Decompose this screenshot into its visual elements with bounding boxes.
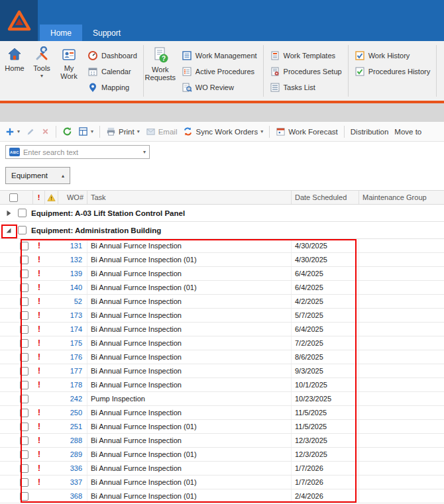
email-button[interactable]: Email bbox=[146, 126, 178, 136]
work-order-row[interactable]: ! 132 Bi Annual Furnce Inspection (01) 4… bbox=[0, 253, 444, 267]
column-header-urgent[interactable]: ! bbox=[33, 191, 45, 204]
wo-number-link[interactable]: 178 bbox=[58, 378, 87, 391]
row-checkbox[interactable] bbox=[20, 339, 28, 348]
move-to-button[interactable]: Move to bbox=[394, 128, 421, 136]
tab-home[interactable]: Home bbox=[40, 25, 82, 41]
row-checkbox[interactable] bbox=[20, 283, 28, 292]
wo-number-link[interactable]: 176 bbox=[58, 350, 87, 364]
group-expander-expanded-icon[interactable] bbox=[4, 226, 13, 235]
work-order-row[interactable]: ! 177 Bi Annual Furnce Inspection 9/3/20… bbox=[0, 364, 444, 378]
work-order-row[interactable]: ! 176 Bi Annual Furnce Inspection 8/6/20… bbox=[0, 350, 444, 364]
select-all-checkbox[interactable] bbox=[9, 193, 18, 202]
work-order-row[interactable]: ! 140 Bi Annual Furnce Inspection (01) 6… bbox=[0, 281, 444, 295]
sync-work-orders-button[interactable]: Sync Work Orders ▾ bbox=[183, 126, 263, 136]
group-row-a03-lift-station[interactable]: Equipment: A-03 Lift Station Control Pan… bbox=[0, 205, 444, 222]
wo-number-link[interactable]: 368 bbox=[58, 489, 87, 503]
wo-number-link[interactable]: 52 bbox=[58, 295, 87, 308]
ribbon-item-dashboard[interactable]: Dashboard bbox=[87, 50, 137, 61]
work-order-row[interactable]: ! 178 Bi Annual Furnce Inspection 10/1/2… bbox=[0, 378, 444, 392]
ribbon-item-wo-review[interactable]: WO Review bbox=[182, 82, 257, 93]
work-order-row[interactable]: ! 139 Bi Annual Furnce Inspection 6/4/20… bbox=[0, 267, 444, 281]
column-header-maintenance-group[interactable]: Maintenance Group bbox=[359, 191, 444, 204]
edit-button[interactable] bbox=[26, 127, 35, 136]
column-header-warning[interactable] bbox=[45, 191, 58, 204]
delete-button[interactable] bbox=[41, 127, 50, 136]
ribbon-item-procedures-setup[interactable]: Procedures Setup bbox=[270, 66, 342, 77]
wo-number-link[interactable]: 336 bbox=[58, 462, 87, 475]
ribbon-item-calendar[interactable]: Calendar bbox=[87, 66, 137, 77]
group-checkbox[interactable] bbox=[18, 226, 27, 234]
row-checkbox[interactable] bbox=[20, 311, 28, 320]
group-checkbox[interactable] bbox=[18, 209, 27, 217]
row-checkbox[interactable] bbox=[20, 478, 28, 487]
wo-number-link[interactable]: 132 bbox=[58, 253, 87, 266]
wo-number-link[interactable]: 140 bbox=[58, 281, 87, 294]
wo-number-link[interactable]: 288 bbox=[58, 434, 87, 447]
column-header-wo[interactable]: WO# bbox=[58, 191, 87, 204]
add-work-order-button[interactable]: ▾ bbox=[5, 127, 20, 136]
row-checkbox[interactable] bbox=[20, 436, 28, 445]
wo-number-link[interactable]: 174 bbox=[58, 323, 87, 336]
wo-number-link[interactable]: 337 bbox=[58, 476, 87, 489]
ribbon-button-my-work[interactable]: My Work bbox=[56, 41, 82, 101]
column-header-date-scheduled[interactable]: Date Scheduled bbox=[292, 191, 359, 204]
work-forecast-button[interactable]: Work Forecast bbox=[276, 126, 338, 136]
row-checkbox[interactable] bbox=[20, 242, 28, 250]
distribution-button[interactable]: Distribution bbox=[351, 128, 389, 136]
ribbon-item-work-management[interactable]: Work Management bbox=[182, 50, 257, 61]
row-checkbox[interactable] bbox=[20, 256, 28, 264]
row-checkbox[interactable] bbox=[20, 297, 28, 306]
ribbon-button-home[interactable]: Home bbox=[1, 41, 28, 101]
work-order-row[interactable]: ! 289 Bi Annual Furnce Inspection (01) 1… bbox=[0, 448, 444, 462]
row-checkbox[interactable] bbox=[20, 395, 28, 403]
row-checkbox[interactable] bbox=[20, 381, 28, 389]
work-order-row[interactable]: ! 52 Bi Annual Furnce Inspection 4/2/202… bbox=[0, 295, 444, 309]
work-order-row[interactable]: ! 250 Bi Annual Furnce Inspection 11/5/2… bbox=[0, 406, 444, 420]
work-order-row[interactable]: 242 Pump Inspection 10/23/2025 bbox=[0, 392, 444, 406]
tab-support[interactable]: Support bbox=[82, 25, 131, 41]
row-checkbox[interactable] bbox=[20, 450, 28, 459]
ribbon-button-tools[interactable]: Tools ▾ bbox=[28, 41, 56, 101]
ribbon-button-work-requests[interactable]: ? Work Requests bbox=[144, 41, 176, 101]
print-button[interactable]: Print ▾ bbox=[106, 126, 140, 136]
row-checkbox[interactable] bbox=[20, 270, 28, 278]
group-row-administration-building[interactable]: Equipment: Administration Building bbox=[0, 222, 444, 239]
wo-number-link[interactable]: 251 bbox=[58, 420, 87, 433]
row-checkbox[interactable] bbox=[20, 464, 28, 473]
work-order-row[interactable]: ! 288 Bi Annual Furnce Inspection 12/3/2… bbox=[0, 434, 444, 448]
wo-number-link[interactable]: 131 bbox=[58, 239, 87, 252]
row-checkbox[interactable] bbox=[20, 367, 28, 376]
work-order-row[interactable]: ! 173 Bi Annual Furnce Inspection 5/7/20… bbox=[0, 309, 444, 323]
work-order-row[interactable]: ! 251 Bi Annual Furnce Inspection (01) 1… bbox=[0, 420, 444, 434]
wo-number-link[interactable]: 242 bbox=[58, 392, 87, 405]
search-input[interactable] bbox=[23, 148, 140, 156]
column-header-task[interactable]: Task bbox=[87, 191, 292, 204]
work-order-row[interactable]: ! 174 Bi Annual Furnce Inspection 6/4/20… bbox=[0, 323, 444, 336]
ribbon-item-work-templates[interactable]: Work Templates bbox=[270, 50, 342, 61]
ribbon-item-procedures-history[interactable]: Procedures History bbox=[355, 66, 431, 77]
work-order-row[interactable]: ! 336 Bi Annual Furnce Inspection 1/7/20… bbox=[0, 462, 444, 476]
wo-number-link[interactable]: 177 bbox=[58, 364, 87, 378]
ribbon-item-active-procedures[interactable]: Active Procedures bbox=[182, 66, 257, 77]
work-order-row[interactable]: ! 337 Bi Annual Furnce Inspection (01) 1… bbox=[0, 476, 444, 489]
work-order-row[interactable]: ! 131 Bi Annual Furnce Inspection 4/30/2… bbox=[0, 239, 444, 253]
ribbon-item-mapping[interactable]: Mapping bbox=[87, 82, 137, 93]
column-header-select[interactable] bbox=[0, 191, 33, 204]
refresh-button[interactable] bbox=[62, 126, 72, 136]
row-checkbox[interactable] bbox=[20, 492, 28, 501]
row-checkbox[interactable] bbox=[20, 423, 28, 431]
work-order-row[interactable]: ! 175 Bi Annual Furnce Inspection 7/2/20… bbox=[0, 336, 444, 350]
row-checkbox[interactable] bbox=[20, 409, 28, 417]
wo-number-link[interactable]: 139 bbox=[58, 267, 87, 280]
wo-number-link[interactable]: 289 bbox=[58, 448, 87, 461]
grouped-column-chip[interactable]: Equipment ▴ bbox=[5, 167, 70, 184]
wo-number-link[interactable]: 175 bbox=[58, 336, 87, 350]
group-expander-collapsed-icon[interactable] bbox=[4, 209, 13, 218]
ribbon-button-equipment[interactable]: Eq bbox=[437, 41, 444, 101]
work-order-row[interactable]: 368 Bi Annual Furnce Inspection (01) 2/4… bbox=[0, 489, 444, 503]
row-checkbox[interactable] bbox=[20, 353, 28, 362]
ribbon-item-work-history[interactable]: Work History bbox=[355, 50, 431, 61]
layout-options-button[interactable]: ▾ bbox=[78, 126, 93, 136]
row-checkbox[interactable] bbox=[20, 325, 28, 334]
ribbon-item-tasks-list[interactable]: Tasks List bbox=[270, 82, 342, 93]
